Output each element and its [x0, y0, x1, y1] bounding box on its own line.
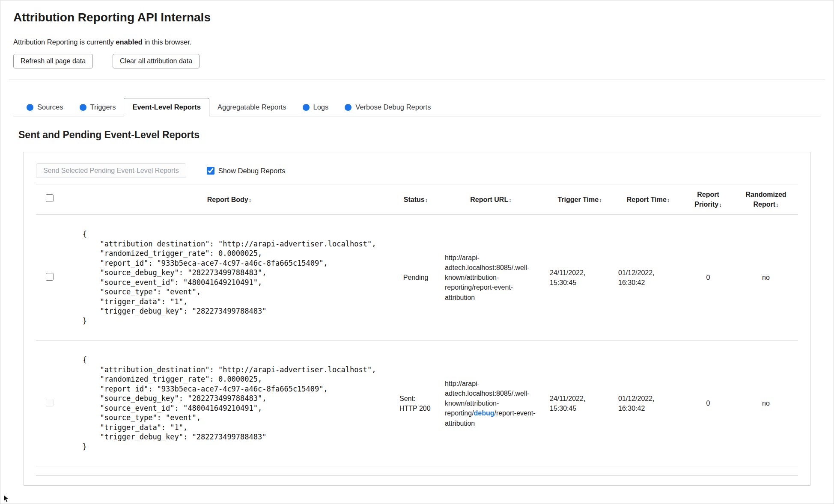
report-time-cell: 01/12/2022, 16:30:42 [614, 215, 682, 341]
reports-panel: Send Selected Pending Event-Level Report… [24, 152, 810, 486]
column-header-randomized-report[interactable]: Randomized Report↕ [734, 184, 798, 215]
show-debug-checkbox[interactable] [207, 167, 214, 175]
top-divider [9, 80, 825, 80]
report-row: { "attribution_destination": "http://ara… [36, 341, 798, 466]
status-dot-icon [345, 104, 351, 111]
report-time: 01/12/2022, 16:30:42 [618, 394, 678, 413]
tab-label: Aggregatable Reports [217, 103, 286, 111]
clear-all-button[interactable]: Clear all attribution data [113, 54, 200, 68]
section-heading: Sent and Pending Event-Level Reports [18, 129, 821, 141]
report-time: 01/12/2022, 16:30:42 [618, 268, 678, 288]
status-text-suffix: in this browser. [143, 38, 192, 46]
status-dot-icon [27, 104, 33, 111]
column-header-report-priority[interactable]: Report Priority↕ [682, 184, 734, 215]
column-header-status[interactable]: Status↕ [395, 184, 436, 215]
sort-icon: ↕ [599, 197, 602, 203]
row-select-checkbox[interactable] [46, 273, 54, 281]
trigger-time: 24/11/2022, 15:30:45 [550, 268, 610, 288]
status-cell: Sent: HTTP 200 [395, 341, 436, 466]
tab-label: Sources [37, 103, 63, 111]
report-status: Pending [403, 273, 429, 282]
debug-path-segment: debug [474, 409, 494, 417]
tab-label: Verbose Debug Reports [355, 103, 431, 111]
tab-label: Logs [313, 103, 329, 111]
report-body-cell: { "attribution_destination": "http://ara… [63, 215, 395, 341]
column-label: Randomized Report [745, 191, 786, 208]
report-time-cell: 01/12/2022, 16:30:42 [614, 341, 682, 466]
report-body-json: { "attribution_destination": "http://ara… [83, 355, 376, 451]
report-priority: 0 [706, 398, 710, 408]
select-all-checkbox[interactable] [46, 194, 54, 202]
tab-bar: Sources Triggers Event-Level Reports Agg… [13, 98, 821, 116]
row-select-checkbox[interactable] [46, 399, 54, 406]
trigger-time: 24/11/2022, 15:30:45 [550, 394, 610, 413]
tab-verbose-debug-reports[interactable]: Verbose Debug Reports [337, 98, 439, 116]
mouse-cursor-icon [3, 495, 9, 503]
refresh-all-button[interactable]: Refresh all page data [13, 54, 93, 68]
top-button-row: Refresh all page data Clear all attribut… [13, 54, 821, 68]
randomized-report: no [762, 273, 770, 282]
status-dot-icon [303, 104, 310, 111]
column-label: Status [404, 196, 425, 203]
report-priority-cell: 0 [682, 341, 734, 466]
column-header-trigger-time[interactable]: Trigger Time↕ [545, 184, 614, 215]
status-enabled-text: enabled [116, 38, 142, 46]
tab-aggregatable-reports[interactable]: Aggregatable Reports [209, 98, 295, 116]
status-dot-icon [80, 104, 86, 111]
send-selected-pending-reports-button[interactable]: Send Selected Pending Event-Level Report… [36, 163, 186, 178]
report-priority-cell: 0 [682, 215, 734, 341]
status-cell: Pending [395, 215, 436, 341]
table-footer-cell [36, 466, 798, 476]
column-header-report-url[interactable]: Report URL↕ [436, 184, 545, 215]
randomized-report-cell: no [734, 341, 798, 466]
status-text-prefix: Attribution Reporting is currently [13, 38, 116, 46]
tab-label: Triggers [90, 103, 116, 111]
report-url-cell: http://arapi-adtech.localhost:8085/.well… [436, 215, 545, 341]
status-text: Attribution Reporting is currently enabl… [13, 38, 821, 46]
select-all-header [36, 184, 63, 215]
trigger-time-cell: 24/11/2022, 15:30:45 [545, 215, 614, 341]
sort-icon: ↕ [425, 197, 428, 203]
trigger-time-cell: 24/11/2022, 15:30:45 [545, 341, 614, 466]
table-footer-row [36, 466, 798, 476]
tab-sources[interactable]: Sources [18, 98, 71, 116]
sort-icon: ↕ [719, 202, 722, 208]
column-label: Report URL [470, 196, 508, 203]
sort-icon: ↕ [509, 197, 512, 203]
attribution-internals-page: Attribution Reporting API Internals Attr… [0, 0, 834, 504]
column-label: Report Priority [694, 191, 719, 208]
tab-label: Event-Level Reports [132, 103, 201, 111]
column-label: Report Body [207, 196, 248, 203]
table-header-row: Report Body↕ Status↕ Report URL↕ Trigger… [36, 184, 798, 215]
tab-triggers[interactable]: Triggers [71, 98, 124, 116]
sort-icon: ↕ [249, 197, 252, 203]
report-body-cell: { "attribution_destination": "http://ara… [63, 341, 395, 466]
report-row: { "attribution_destination": "http://ara… [36, 215, 798, 341]
report-body-json: { "attribution_destination": "http://ara… [83, 229, 376, 326]
tab-event-level-reports[interactable]: Event-Level Reports [124, 98, 209, 116]
randomized-report-cell: no [734, 215, 798, 341]
report-url: http://arapi-adtech.localhost:8085/.well… [445, 253, 537, 302]
report-priority: 0 [706, 273, 710, 282]
report-url-cell: http://arapi-adtech.localhost:8085/.well… [436, 341, 545, 466]
row-select-cell [36, 341, 63, 466]
report-url: http://arapi-adtech.localhost:8085/.well… [445, 379, 537, 428]
column-label: Trigger Time [557, 196, 599, 203]
show-debug-toggle[interactable]: Show Debug Reports [207, 167, 286, 175]
column-label: Report Time [627, 196, 667, 203]
show-debug-label: Show Debug Reports [218, 167, 286, 175]
column-header-report-time[interactable]: Report Time↕ [614, 184, 682, 215]
page-title: Attribution Reporting API Internals [13, 11, 821, 24]
reports-controls: Send Selected Pending Event-Level Report… [36, 163, 798, 178]
event-level-reports-table: Report Body↕ Status↕ Report URL↕ Trigger… [36, 184, 798, 476]
column-header-report-body[interactable]: Report Body↕ [63, 184, 395, 215]
sort-icon: ↕ [776, 202, 779, 208]
randomized-report: no [762, 398, 770, 408]
sort-icon: ↕ [667, 197, 670, 203]
row-select-cell [36, 215, 63, 341]
tab-logs[interactable]: Logs [295, 98, 337, 116]
report-status: Sent: HTTP 200 [399, 394, 432, 413]
